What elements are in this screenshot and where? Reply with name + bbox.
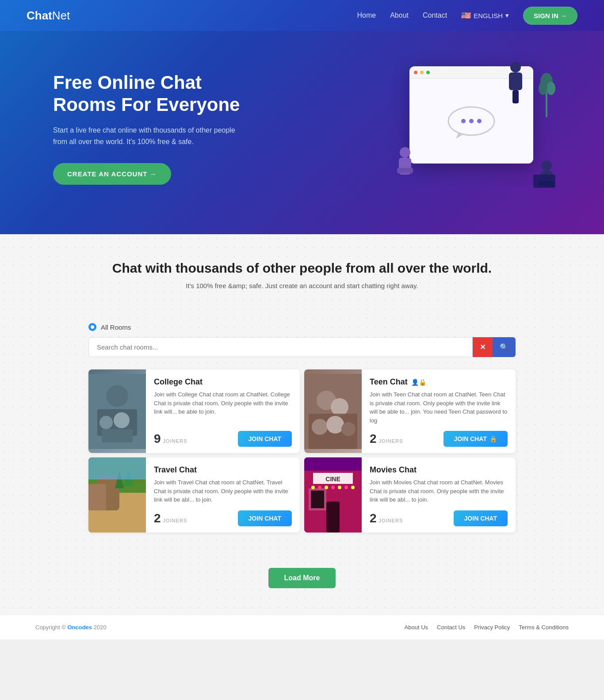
svg-point-5 <box>510 62 521 72</box>
svg-point-17 <box>547 82 555 95</box>
svg-rect-6 <box>509 72 522 90</box>
footer-link-privacy[interactable]: Privacy Policy <box>474 624 510 631</box>
room-body-movies: Movies Chat Join with Movies Chat chat r… <box>362 457 516 533</box>
room-joiners-teen: 2 JOINERS <box>370 432 403 446</box>
rooms-header: All Rooms <box>88 323 516 331</box>
rooms-section: All Rooms ✕ 🔍 College Chat <box>0 323 604 559</box>
room-joiners-travel: 2 JOINERS <box>154 511 187 525</box>
signin-button[interactable]: SIGN IN → <box>523 7 577 25</box>
footer-links: About Us Contact Us Privacy Policy Terms… <box>405 624 569 631</box>
svg-rect-38 <box>88 457 146 479</box>
load-more-button[interactable]: Load More <box>268 568 336 588</box>
college-img-svg <box>88 374 146 449</box>
room-body-college: College Chat Join with College Chat chat… <box>146 369 300 453</box>
site-logo[interactable]: ChatNet <box>27 9 70 23</box>
hero-subtitle: Start a live free chat online with thous… <box>53 125 239 147</box>
section-intro: Chat with thousands of other people from… <box>0 234 604 323</box>
svg-rect-45 <box>311 491 324 508</box>
svg-point-47 <box>311 486 315 489</box>
room-image-teen <box>304 369 362 453</box>
travel-img-svg <box>88 457 146 533</box>
movies-img-svg: CINE <box>304 457 362 533</box>
room-body-teen: Teen Chat 👤🔒 Join with Teen Chat chat ro… <box>362 369 516 453</box>
svg-point-48 <box>318 486 321 489</box>
people-illustration <box>383 57 569 199</box>
logo-chat: Chat <box>27 9 52 23</box>
nav-home[interactable]: Home <box>357 11 376 19</box>
room-footer-travel: 2 JOINERS JOIN CHAT <box>154 510 292 526</box>
language-label: ENGLISH <box>474 12 503 19</box>
navbar: ChatNet Home About Contact 🇺🇸 ENGLISH ▾ … <box>0 0 604 31</box>
svg-text:CINE: CINE <box>325 476 340 483</box>
svg-point-29 <box>312 419 328 435</box>
join-button-movies[interactable]: JOIN CHAT <box>454 510 508 526</box>
join-button-teen[interactable]: JOIN CHAT 🔒 <box>443 431 508 447</box>
join-button-travel[interactable]: JOIN CHAT <box>238 510 292 526</box>
private-icon: 👤🔒 <box>411 379 426 386</box>
room-card-movies: CINE Movies Cha <box>304 457 516 533</box>
svg-point-52 <box>344 486 348 489</box>
room-desc-teen: Join with Teen Chat chat room at ChatNet… <box>370 390 508 425</box>
svg-point-8 <box>400 147 410 158</box>
join-button-college[interactable]: JOIN CHAT <box>238 431 292 447</box>
teen-img-svg <box>304 374 362 449</box>
nav-about[interactable]: About <box>390 11 409 19</box>
nav-links: Home About Contact 🇺🇸 ENGLISH ▾ SIGN IN … <box>357 7 577 25</box>
svg-rect-14 <box>533 175 555 188</box>
footer-link-terms[interactable]: Terms & Conditions <box>519 624 569 631</box>
flag-icon: 🇺🇸 <box>461 11 471 20</box>
intro-subtitle: It's 100% free &amp; safe. Just create a… <box>18 282 586 289</box>
svg-rect-7 <box>512 90 519 103</box>
nav-contact[interactable]: Contact <box>423 11 447 19</box>
footer-brand-link[interactable]: Oncodes <box>67 624 92 631</box>
svg-point-23 <box>114 412 130 428</box>
room-title-college: College Chat <box>154 377 292 387</box>
svg-point-49 <box>325 486 328 489</box>
svg-rect-10 <box>397 168 413 173</box>
svg-point-31 <box>341 422 356 436</box>
room-joiners-college: 9 JOINERS <box>154 432 187 446</box>
svg-rect-46 <box>326 502 340 533</box>
footer: Copyright © Oncodes 2020 About Us Contac… <box>0 615 604 639</box>
room-desc-college: Join with College Chat chat room at Chat… <box>154 390 292 425</box>
chevron-down-icon: ▾ <box>505 11 509 19</box>
svg-point-22 <box>99 416 113 429</box>
room-image-college <box>88 369 146 453</box>
svg-point-11 <box>541 160 552 171</box>
room-card-travel: Travel Chat Join with Travel Chat chat r… <box>88 457 300 533</box>
svg-point-27 <box>331 398 348 416</box>
room-footer-teen: 2 JOINERS JOIN CHAT 🔒 <box>370 431 508 447</box>
search-bar: ✕ 🔍 <box>88 337 516 357</box>
rooms-label: All Rooms <box>101 323 131 331</box>
room-footer-movies: 2 JOINERS JOIN CHAT <box>370 510 508 526</box>
create-account-button[interactable]: CREATE AN ACCOUNT → <box>53 163 171 185</box>
footer-link-contact[interactable]: Contact Us <box>437 624 465 631</box>
search-go-button[interactable]: 🔍 <box>493 337 516 357</box>
svg-rect-24 <box>102 429 133 442</box>
intro-title: Chat with thousands of other people from… <box>18 261 586 276</box>
search-clear-button[interactable]: ✕ <box>473 337 493 357</box>
lock-icon: 🔒 <box>489 435 497 442</box>
logo-net: Net <box>52 9 70 23</box>
room-image-travel <box>88 457 146 533</box>
svg-point-51 <box>338 486 341 489</box>
rooms-dot-icon <box>88 323 96 331</box>
room-grid: College Chat Join with College Chat chat… <box>88 369 516 533</box>
hero-section: Free Online Chat Rooms For Everyone Star… <box>0 31 604 234</box>
room-footer-college: 9 JOINERS JOIN CHAT <box>154 431 292 447</box>
room-desc-movies: Join with Movies Chat chat room at ChatN… <box>370 478 508 504</box>
room-card-teen: Teen Chat 👤🔒 Join with Teen Chat chat ro… <box>304 369 516 453</box>
svg-point-18 <box>539 82 547 95</box>
search-input[interactable] <box>88 337 473 357</box>
hero-title: Free Online Chat Rooms For Everyone <box>53 72 265 116</box>
svg-point-50 <box>331 486 335 489</box>
svg-rect-15 <box>546 91 547 117</box>
room-image-movies: CINE <box>304 457 362 533</box>
footer-link-about[interactable]: About Us <box>405 624 428 631</box>
room-title-travel: Travel Chat <box>154 465 292 475</box>
svg-point-53 <box>351 486 355 489</box>
language-selector[interactable]: 🇺🇸 ENGLISH ▾ <box>461 11 509 20</box>
load-more-section: Load More <box>0 559 604 615</box>
room-body-travel: Travel Chat Join with Travel Chat chat r… <box>146 457 300 533</box>
svg-point-30 <box>326 416 344 434</box>
